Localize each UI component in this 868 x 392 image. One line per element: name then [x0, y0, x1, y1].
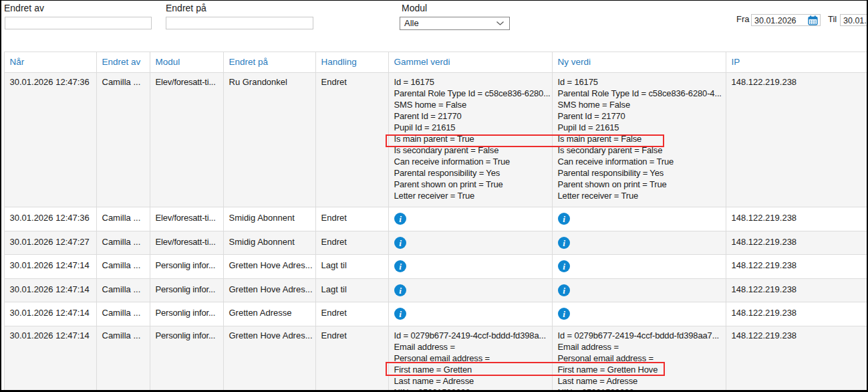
svg-text:i: i [399, 286, 402, 296]
svg-text:i: i [563, 286, 565, 296]
svg-text:i: i [399, 238, 402, 248]
svg-text:i: i [563, 309, 565, 319]
svg-text:i: i [563, 214, 565, 224]
svg-text:i: i [399, 309, 402, 319]
svg-text:i: i [399, 262, 402, 272]
svg-text:i: i [563, 262, 565, 272]
svg-text:i: i [563, 238, 565, 248]
svg-text:i: i [399, 214, 402, 224]
